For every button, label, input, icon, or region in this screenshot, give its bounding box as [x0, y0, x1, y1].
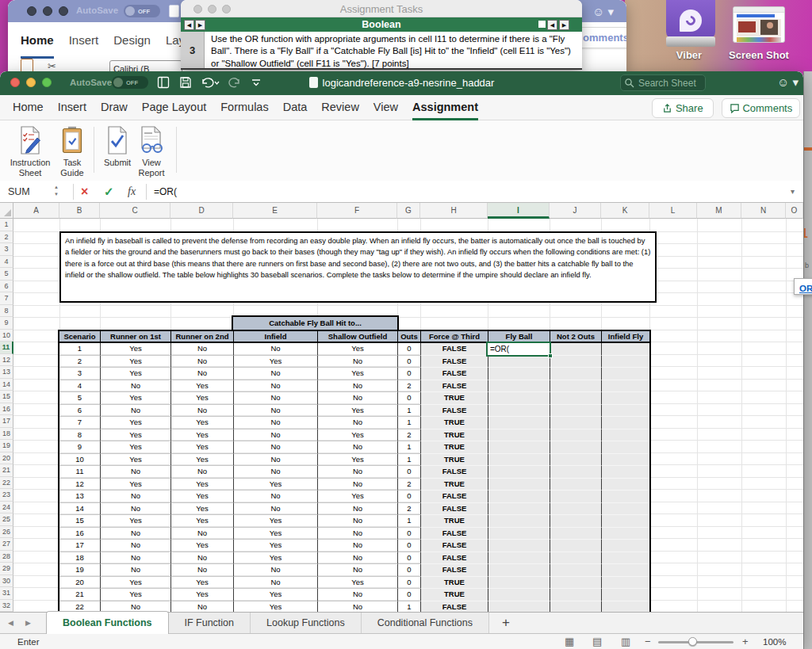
cell-g25[interactable]: 1	[397, 515, 420, 528]
cell-c18[interactable]: Yes	[100, 429, 170, 442]
cell-d19[interactable]: Yes	[170, 441, 233, 454]
cell-h11[interactable]: FALSE	[420, 343, 488, 356]
cell-j30[interactable]	[550, 577, 601, 590]
active-cell-i11[interactable]: =OR(	[486, 342, 551, 357]
cell-i13[interactable]	[488, 368, 550, 380]
row-header-17[interactable]: 17	[0, 415, 13, 428]
name-box[interactable]: SUM	[8, 181, 30, 203]
table-header-outs[interactable]: Outs	[397, 331, 420, 342]
cell-d25[interactable]: Yes	[170, 515, 233, 528]
cell-e17[interactable]: No	[233, 417, 317, 429]
column-header-k[interactable]: K	[601, 203, 649, 219]
cell-e18[interactable]: No	[233, 429, 317, 442]
ribbon-tab-formulas[interactable]: Formulas	[220, 95, 268, 120]
cell-k28[interactable]	[601, 552, 649, 565]
cell-e11[interactable]: No	[233, 343, 317, 356]
cell-k11[interactable]	[601, 343, 649, 356]
cell-e13[interactable]: No	[233, 368, 317, 380]
column-header-a[interactable]: A	[13, 203, 59, 219]
cell-e23[interactable]: No	[233, 491, 317, 503]
cell-e12[interactable]: Yes	[233, 356, 317, 368]
cell-k31[interactable]	[601, 589, 649, 601]
cell-h22[interactable]: TRUE	[420, 479, 488, 491]
word-feedback-smiley-icon[interactable]: ☺ ▾	[592, 5, 614, 19]
instruction-sheet-button[interactable]: Instruction Sheet	[6, 125, 54, 178]
cell-h15[interactable]: TRUE	[420, 392, 488, 405]
cell-g12[interactable]: 0	[397, 356, 420, 368]
cell-j31[interactable]	[550, 589, 601, 601]
row-header-28[interactable]: 28	[0, 551, 13, 563]
cell-i14[interactable]	[488, 380, 550, 393]
cell-b32[interactable]: 22	[59, 601, 100, 613]
column-header-e[interactable]: E	[233, 203, 317, 219]
cell-g32[interactable]: 1	[397, 601, 420, 613]
function-autocomplete-tooltip[interactable]: OR	[794, 278, 812, 295]
ribbon-tab-insert[interactable]: Insert	[58, 95, 86, 120]
cell-b28[interactable]: 18	[59, 552, 100, 565]
cell-f19[interactable]: No	[317, 441, 397, 454]
comments-button[interactable]: Comments	[722, 98, 800, 118]
cell-h14[interactable]: FALSE	[420, 380, 488, 393]
table-header-infield[interactable]: Infield	[233, 331, 317, 342]
row-header-23[interactable]: 23	[0, 489, 13, 502]
cell-g19[interactable]: 1	[397, 441, 420, 454]
row-header-21[interactable]: 21	[0, 464, 13, 477]
column-header-d[interactable]: D	[170, 203, 233, 219]
prev-sheet-arrow[interactable]: ◀	[8, 613, 13, 634]
cell-f26[interactable]: No	[317, 528, 397, 540]
column-header-l[interactable]: L	[649, 203, 697, 219]
cell-k14[interactable]	[601, 380, 649, 393]
next-sheet-arrow[interactable]: ▶	[559, 20, 569, 30]
next-sheet-arrow[interactable]: ▶	[25, 613, 31, 634]
cell-c12[interactable]: Yes	[100, 356, 170, 368]
column-header-g[interactable]: G	[397, 203, 420, 219]
cell-b24[interactable]: 14	[59, 503, 100, 516]
row-header-15[interactable]: 15	[0, 391, 13, 403]
cell-f12[interactable]: No	[317, 356, 397, 368]
cell-d23[interactable]: Yes	[170, 491, 233, 503]
row-header-32[interactable]: 32	[0, 600, 13, 613]
ribbon-tab-data[interactable]: Data	[283, 95, 308, 120]
cell-d30[interactable]: Yes	[170, 577, 233, 590]
cell-i17[interactable]	[488, 417, 550, 429]
cell-f29[interactable]: No	[317, 564, 397, 577]
cell-g11[interactable]: 0	[397, 343, 420, 356]
cell-c14[interactable]: No	[100, 380, 170, 393]
ribbon-tab-draw[interactable]: Draw	[101, 95, 128, 120]
cell-i15[interactable]	[488, 392, 550, 405]
word-comments-button[interactable]: omments	[576, 27, 626, 48]
ribbon-tab-view[interactable]: View	[373, 95, 398, 120]
ribbon-tab-page-layout[interactable]: Page Layout	[142, 95, 206, 120]
cell-f30[interactable]: Yes	[317, 577, 397, 590]
cell-k17[interactable]	[601, 417, 649, 429]
cell-g21[interactable]: 0	[397, 466, 420, 479]
cell-b31[interactable]: 21	[59, 589, 100, 601]
column-header-i[interactable]: I	[488, 203, 550, 219]
cell-d13[interactable]: No	[170, 368, 233, 380]
cell-b14[interactable]: 4	[59, 380, 100, 393]
row-header-16[interactable]: 16	[0, 403, 13, 416]
cell-h26[interactable]: FALSE	[420, 528, 488, 540]
task-guide-button[interactable]: Task Guide	[52, 125, 92, 178]
cell-h29[interactable]: FALSE	[420, 564, 488, 577]
cell-d28[interactable]: No	[170, 552, 233, 565]
close-icon[interactable]	[27, 6, 36, 16]
description-box[interactable]: An infield fly in baseball is called to …	[59, 231, 657, 303]
feedback-smiley-icon[interactable]: ☺ ▾	[777, 75, 799, 90]
cell-j14[interactable]	[550, 380, 601, 393]
cell-d15[interactable]: Yes	[170, 392, 233, 405]
cell-c24[interactable]: No	[100, 503, 170, 516]
cell-h21[interactable]: FALSE	[420, 466, 488, 479]
word-tab-insert[interactable]: Insert	[69, 22, 99, 59]
cell-e24[interactable]: No	[233, 503, 317, 516]
cell-f27[interactable]: No	[317, 540, 397, 552]
cell-j24[interactable]	[550, 503, 601, 516]
row-header-24[interactable]: 24	[0, 502, 13, 514]
cell-g18[interactable]: 2	[397, 429, 420, 442]
column-header-f[interactable]: F	[317, 203, 397, 219]
row-header-6[interactable]: 6	[0, 281, 13, 293]
cell-k29[interactable]	[601, 564, 649, 577]
table-header-fly-ball[interactable]: Fly Ball	[488, 331, 550, 342]
row-header-7[interactable]: 7	[0, 292, 13, 305]
table-header-shallow-outfield[interactable]: Shallow Outfield	[317, 331, 397, 342]
